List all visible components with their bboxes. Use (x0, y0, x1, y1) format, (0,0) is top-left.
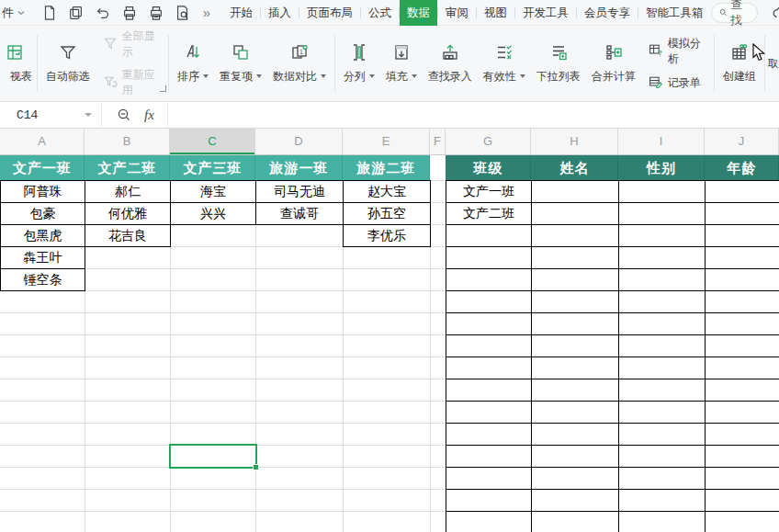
cell-C3[interactable]: 兴兴 (170, 202, 256, 225)
undo-icon[interactable] (94, 4, 112, 22)
ribbon-auto-filter[interactable]: 自动筛选 (40, 31, 96, 96)
cell-J13[interactable] (705, 423, 779, 446)
col-header-h[interactable]: H (531, 129, 618, 154)
cell-J7[interactable] (705, 290, 779, 313)
cell-G12[interactable] (446, 401, 532, 424)
cell-H10[interactable] (531, 357, 619, 379)
col-header-j[interactable]: J (705, 129, 779, 154)
sheet-grid[interactable]: 文产一班文产二班文产三班旅游一班旅游二班班级姓名性别年龄阿普珠包豪包黑虎犇王叶锤… (0, 155, 779, 532)
cell-A6[interactable]: 锤空条 (0, 268, 85, 291)
cell-H8[interactable] (531, 312, 619, 335)
cell-I16[interactable] (618, 489, 706, 512)
cell-H7[interactable] (531, 290, 619, 313)
cell-J6[interactable] (705, 268, 779, 291)
cell-E3[interactable]: 孙五空 (343, 202, 431, 225)
cell-A4[interactable]: 包黑虎 (0, 224, 85, 247)
cell-G6[interactable] (446, 268, 532, 291)
cell-G3[interactable]: 文产二班 (446, 202, 532, 225)
tab-dev-tools[interactable]: 开发工具 (515, 0, 576, 26)
cell-H9[interactable] (531, 334, 619, 357)
name-box[interactable]: C14 (0, 102, 101, 128)
col-header-a[interactable]: A (0, 129, 85, 154)
table2-header-i1[interactable]: 性别 (618, 155, 705, 180)
cell-I4[interactable] (618, 224, 706, 247)
print-icon[interactable] (120, 4, 139, 22)
ribbon-record-form[interactable]: 记录单 (649, 74, 704, 92)
cell-I13[interactable] (618, 423, 706, 446)
cell-H5[interactable] (531, 246, 619, 269)
cell-H6[interactable] (531, 268, 619, 291)
cell-J15[interactable] (705, 467, 779, 490)
col-header-b[interactable]: B (85, 129, 170, 154)
selected-cell-C14[interactable] (169, 444, 257, 469)
cell-G11[interactable] (446, 379, 532, 402)
cell-G8[interactable] (446, 312, 532, 335)
cell-I3[interactable] (618, 202, 706, 225)
cell-I9[interactable] (618, 334, 706, 357)
print-preview-icon[interactable] (147, 4, 165, 22)
cell-G2[interactable]: 文产一班 (446, 180, 532, 203)
cell-I15[interactable] (618, 467, 706, 490)
dialog-launcher-icon[interactable] (160, 85, 166, 92)
table1-header-d1[interactable]: 旅游一班 (255, 155, 343, 180)
table2-header-g1[interactable]: 班级 (446, 155, 531, 180)
cell-G7[interactable] (446, 290, 532, 313)
table1-header-b1[interactable]: 文产二班 (85, 155, 170, 180)
cell-H13[interactable] (531, 423, 619, 446)
ribbon-duplicates[interactable]: 重复项 (214, 31, 267, 96)
cell-J10[interactable] (705, 357, 779, 379)
table1-header-c1[interactable]: 文产三班 (170, 155, 255, 180)
cell-A3[interactable]: 包豪 (0, 202, 85, 225)
cell-I2[interactable] (618, 180, 706, 203)
cell-G9[interactable] (446, 334, 532, 357)
cell-H11[interactable] (531, 379, 619, 402)
table2-header-h1[interactable]: 姓名 (531, 155, 618, 180)
col-header-g[interactable]: G (446, 129, 531, 154)
cell-G5[interactable] (446, 246, 532, 269)
ribbon-ungroup[interactable]: 取 (768, 31, 779, 96)
cell-J2[interactable] (705, 180, 779, 203)
cell-A2[interactable]: 阿普珠 (0, 180, 85, 203)
ribbon-fill[interactable]: 填充 (380, 31, 423, 96)
ribbon-validity[interactable]: 有效性 (478, 31, 531, 96)
ribbon-split-columns[interactable]: 分列 (338, 31, 380, 96)
zoom-search-icon[interactable] (117, 108, 131, 122)
cell-G14[interactable] (446, 445, 532, 468)
cell-G13[interactable] (446, 423, 532, 446)
cell-D3[interactable]: 查诚哥 (255, 202, 344, 225)
cell-I14[interactable] (618, 445, 706, 468)
tab-review[interactable]: 审阅 (438, 0, 476, 26)
cell-H4[interactable] (531, 224, 619, 247)
cell-A5[interactable]: 犇王叶 (0, 246, 85, 269)
ribbon-pivot-table[interactable]: 视表 (0, 31, 34, 96)
tab-home[interactable]: 开始 (222, 0, 260, 26)
cell-E2[interactable]: 赵大宝 (343, 180, 431, 203)
cell-G10[interactable] (446, 357, 532, 379)
cell-J9[interactable] (705, 334, 779, 357)
tab-member[interactable]: 会员专享 (577, 0, 638, 26)
cell-J3[interactable] (705, 202, 779, 225)
cell-B4[interactable]: 花吉良 (85, 224, 171, 247)
cell-H14[interactable] (531, 445, 619, 468)
tab-insert[interactable]: 插入 (261, 0, 299, 26)
table1-header-e1[interactable]: 旅游二班 (343, 155, 430, 180)
ribbon-data-compare[interactable]: 1数据对比 (267, 31, 332, 96)
search-pill[interactable]: 查找 (711, 3, 759, 23)
tab-page-layout[interactable]: 页面布局 (299, 0, 360, 26)
cell-G4[interactable] (446, 224, 532, 247)
col-header-f[interactable]: F (430, 129, 446, 154)
table2-header-j1[interactable]: 年龄 (705, 155, 779, 180)
ribbon-consolidate[interactable]: 合并计算 (586, 31, 641, 96)
ribbon-create-group[interactable]: 创建组 (717, 31, 762, 96)
cell-J14[interactable] (705, 445, 779, 468)
formula-input[interactable] (167, 102, 779, 128)
cell-H16[interactable] (531, 489, 619, 512)
cell-I17[interactable] (618, 511, 706, 532)
cell-G16[interactable] (446, 489, 532, 512)
cloud-sync-icon[interactable] (771, 4, 779, 22)
cell-I8[interactable] (618, 312, 706, 335)
cell-H2[interactable] (531, 180, 619, 203)
doc-search-icon[interactable] (174, 4, 192, 22)
cell-I5[interactable] (618, 246, 706, 269)
cell-J17[interactable] (705, 511, 779, 532)
